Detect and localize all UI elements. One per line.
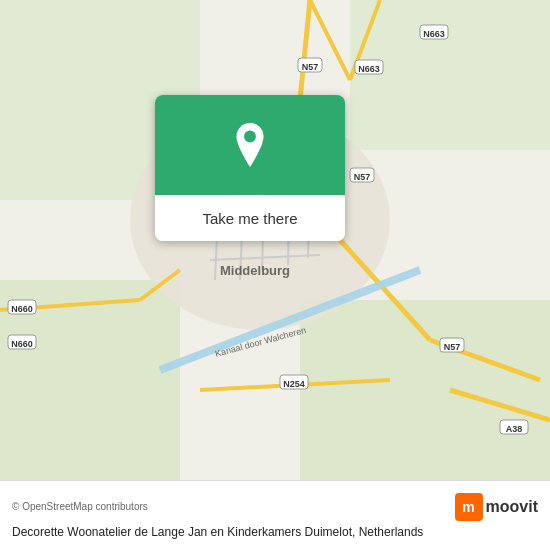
svg-text:N254: N254 (283, 379, 305, 389)
svg-rect-2 (350, 0, 550, 150)
svg-text:N660: N660 (11, 304, 33, 314)
svg-rect-4 (300, 300, 550, 480)
svg-text:A38: A38 (506, 424, 523, 434)
business-name: Decorette Woonatelier de Lange Jan en Ki… (12, 525, 538, 539)
map-area: N57 N57 N57 N663 N663 N660 N660 N254 A38… (0, 0, 550, 480)
location-pin-icon (228, 123, 272, 167)
moovit-logo: m moovit (455, 493, 538, 521)
svg-point-47 (244, 131, 256, 143)
svg-text:N663: N663 (423, 29, 445, 39)
moovit-brand-text: moovit (486, 498, 538, 516)
svg-text:Middelburg: Middelburg (220, 263, 290, 278)
map-popup: Take me there (155, 95, 345, 241)
moovit-icon: m (455, 493, 483, 521)
svg-text:N57: N57 (302, 62, 319, 72)
svg-text:N663: N663 (358, 64, 380, 74)
footer: © OpenStreetMap contributors m moovit De… (0, 480, 550, 550)
popup-header (155, 95, 345, 195)
osm-copyright: © OpenStreetMap contributors (12, 501, 148, 512)
svg-text:N57: N57 (354, 172, 371, 182)
svg-text:N57: N57 (444, 342, 461, 352)
footer-top: © OpenStreetMap contributors m moovit (12, 493, 538, 521)
svg-text:N660: N660 (11, 339, 33, 349)
